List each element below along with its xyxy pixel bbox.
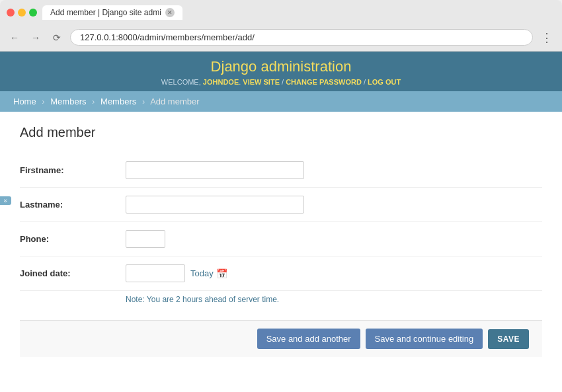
site-title: Django administration [13,58,549,75]
window-controls [7,9,37,17]
breadcrumb-members1[interactable]: Members [50,97,86,106]
menu-button[interactable]: ⋮ [538,30,555,45]
tab-title: Add member | Django site admi [50,8,161,17]
change-password-link[interactable]: CHANGE PASSWORD [286,78,362,86]
sidebar-toggle[interactable]: » [0,196,11,206]
back-button[interactable]: ← [7,30,22,46]
username: JOHNDOE [203,78,239,86]
lastname-row: Lastname: [20,188,542,222]
joined-date-row: Joined date: Today 📅 [20,256,542,291]
phone-row: Phone: [20,222,542,256]
today-link[interactable]: Today [190,268,214,278]
firstname-input[interactable] [126,161,304,179]
save-button[interactable]: SAVE [488,329,529,349]
breadcrumb-home[interactable]: Home [13,97,36,106]
phone-label: Phone: [20,234,126,244]
django-header: Django administration WELCOME, JOHNDOE. … [0,52,562,91]
separator-2: › [92,97,95,106]
forward-button[interactable]: → [28,30,44,46]
lastname-label: Lastname: [20,200,126,210]
browser-chrome: Add member | Django site admi ✕ ← → ⟳ 12… [0,0,562,52]
page-wrapper: Django administration WELCOME, JOHNDOE. … [0,52,562,392]
user-tools: WELCOME, JOHNDOE. VIEW SITE / CHANGE PAS… [13,78,549,86]
calendar-icon[interactable]: 📅 [216,268,227,279]
maximize-dot[interactable] [29,9,37,17]
content-area: Add member Firstname: Lastname: Phone: J… [0,112,562,370]
browser-tab[interactable]: Add member | Django site admi ✕ [42,5,182,20]
phone-input[interactable] [126,230,165,248]
joined-date-input[interactable] [126,264,185,282]
separator-1: › [42,97,44,106]
separator-3: › [142,97,145,106]
help-text: Note: You are 2 hours ahead of server ti… [20,291,542,307]
tab-close-button[interactable]: ✕ [165,8,175,17]
minimize-dot[interactable] [18,9,26,17]
joined-date-label: Joined date: [20,268,126,278]
submit-row: Save and add another Save and continue e… [20,320,542,357]
log-out-link[interactable]: LOG OUT [368,78,401,86]
add-member-form: Firstname: Lastname: Phone: Joined date:… [20,153,542,307]
browser-nav: ← → ⟳ 127.0.0.1:8000/admin/members/membe… [7,25,555,51]
breadcrumb-members2[interactable]: Members [100,97,136,106]
page-title: Add member [20,125,542,140]
save-continue-button[interactable]: Save and continue editing [366,329,483,349]
close-dot[interactable] [7,9,15,17]
lastname-input[interactable] [126,196,304,214]
breadcrumb: Home › Members › Members › Add member [0,91,562,112]
view-site-link[interactable]: VIEW SITE [243,78,280,86]
reload-button[interactable]: ⟳ [49,30,65,46]
save-add-another-button[interactable]: Save and add another [257,329,360,349]
welcome-text: WELCOME, [161,78,201,86]
address-bar[interactable]: 127.0.0.1:8000/admin/members/member/add/ [70,29,533,46]
firstname-label: Firstname: [20,165,126,175]
breadcrumb-current: Add member [150,97,199,106]
firstname-row: Firstname: [20,153,542,188]
